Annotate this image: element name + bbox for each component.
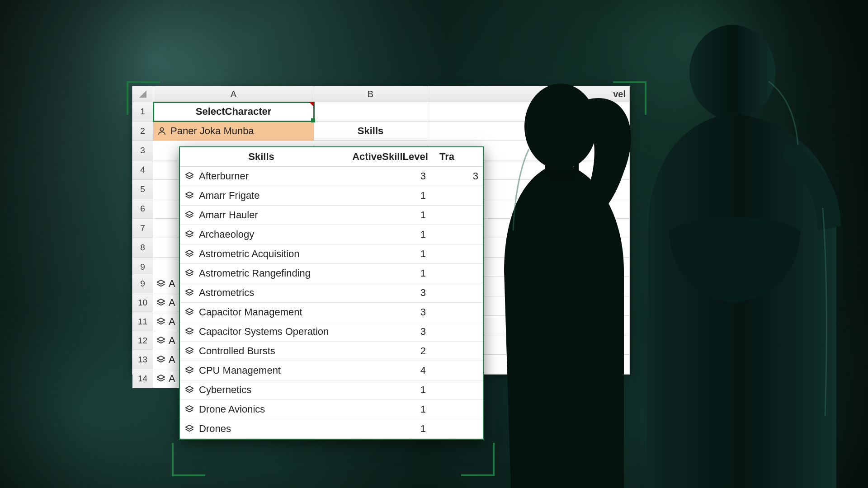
skill-name: Astrometrics xyxy=(199,287,254,299)
skill-row-trained[interactable] xyxy=(438,244,483,264)
skill-row-level[interactable]: 1 xyxy=(343,419,438,439)
svg-marker-10 xyxy=(186,211,193,216)
layers-icon xyxy=(184,366,194,375)
cell-c2[interactable] xyxy=(427,122,540,141)
skill-row-level[interactable]: 3 xyxy=(343,322,438,342)
peek-row-header-10[interactable]: 10 xyxy=(132,293,153,312)
skill-row-trained[interactable] xyxy=(438,264,483,283)
skill-row-name[interactable]: Drone Avionics xyxy=(180,400,343,419)
cell-d4[interactable] xyxy=(540,160,630,180)
peek-row-header-12[interactable]: 12 xyxy=(132,331,153,350)
cell-c1[interactable] xyxy=(427,102,540,122)
skill-row-name[interactable]: Capacitor Systems Operation xyxy=(180,322,343,342)
cell-d5[interactable] xyxy=(540,180,630,199)
column-header-a[interactable]: A xyxy=(153,86,314,102)
peek-row-header-9[interactable]: 9 xyxy=(132,274,153,293)
cell-d13[interactable] xyxy=(540,335,630,355)
svg-marker-5 xyxy=(157,337,165,341)
peek-cell-13[interactable]: A xyxy=(153,350,180,369)
skill-row-trained[interactable] xyxy=(438,206,483,225)
row-header-2[interactable]: 2 xyxy=(132,122,153,141)
peek-cell-12[interactable]: A xyxy=(153,331,180,350)
skill-row-name[interactable]: Controlled Bursts xyxy=(180,342,343,361)
peek-row-header-14[interactable]: 14 xyxy=(132,369,153,388)
cell-d1[interactable] xyxy=(540,102,630,122)
cell-d3[interactable] xyxy=(540,141,630,160)
row-header-7[interactable]: 7 xyxy=(132,219,153,238)
skill-row-name[interactable]: CPU Management xyxy=(180,361,343,380)
skill-row-trained[interactable] xyxy=(438,186,483,206)
skill-row-level[interactable]: 1 xyxy=(343,264,438,283)
cell-d10[interactable] xyxy=(540,277,630,296)
skill-row-trained[interactable] xyxy=(438,303,483,322)
skill-row-level[interactable]: 1 xyxy=(343,225,438,244)
column-header-b[interactable]: B xyxy=(314,86,427,102)
row-header-4[interactable]: 4 xyxy=(132,160,153,180)
skill-row-level[interactable]: 2 xyxy=(343,342,438,361)
cell-a2-character[interactable]: Paner Joka Munba xyxy=(153,122,314,141)
skill-row-level[interactable]: 4 xyxy=(343,361,438,380)
cell-b2-skills-header[interactable]: Skills xyxy=(314,122,427,141)
skill-row-name[interactable]: Archaeology xyxy=(180,225,343,244)
row-header-5[interactable]: 5 xyxy=(132,180,153,199)
skill-row-level[interactable]: 1 xyxy=(343,244,438,264)
skill-row-level[interactable]: 3 xyxy=(343,283,438,303)
peek-cell-14[interactable]: A xyxy=(153,369,180,388)
peek-row-10: 10 A xyxy=(132,293,180,312)
peek-cell-11[interactable]: A xyxy=(153,312,180,331)
skill-row-trained[interactable] xyxy=(438,342,483,361)
skill-row-name[interactable]: Amarr Frigate xyxy=(180,186,343,206)
row-header-1[interactable]: 1 xyxy=(132,102,153,122)
skill-row-level[interactable]: 3 xyxy=(343,303,438,322)
cell-d12[interactable] xyxy=(540,316,630,335)
skill-row-trained[interactable] xyxy=(438,400,483,419)
column-header-d[interactable]: D vel xyxy=(540,86,630,102)
skill-row-name[interactable]: Capacitor Management xyxy=(180,303,343,322)
row-header-8[interactable]: 8 xyxy=(132,238,153,258)
cell-a1-selectcharacter[interactable]: SelectCharacter xyxy=(153,102,314,122)
skill-row-name[interactable]: Drones xyxy=(180,419,343,439)
cell-d14[interactable] xyxy=(540,355,630,374)
skill-row-trained[interactable] xyxy=(438,225,483,244)
skill-row-name[interactable]: Astrometric Rangefinding xyxy=(180,264,343,283)
skill-row-level[interactable]: 1 xyxy=(343,400,438,419)
skill-row-trained[interactable] xyxy=(438,380,483,400)
cell-d7[interactable] xyxy=(540,219,630,238)
skill-row-name[interactable]: Afterburner xyxy=(180,167,343,186)
peek-cell-text: A xyxy=(169,278,175,290)
peek-cell-10[interactable]: A xyxy=(153,293,180,312)
layers-icon xyxy=(184,210,194,220)
row-header-3[interactable]: 3 xyxy=(132,141,153,160)
cell-d11[interactable] xyxy=(540,296,630,316)
skill-row-level[interactable]: 3 xyxy=(343,167,438,186)
peek-row-header-13[interactable]: 13 xyxy=(132,350,153,369)
cell-d8[interactable] xyxy=(540,238,630,258)
select-all-triangle[interactable] xyxy=(132,86,153,102)
card-header-activeskilllevel: ActiveSkillLevel xyxy=(343,147,438,167)
skill-row-name[interactable]: Amarr Hauler xyxy=(180,206,343,225)
layers-icon xyxy=(184,346,194,356)
skill-row-trained[interactable] xyxy=(438,419,483,439)
skill-row-trained[interactable] xyxy=(438,283,483,303)
skill-row-trained[interactable] xyxy=(438,322,483,342)
peek-row-header-11[interactable]: 11 xyxy=(132,312,153,331)
fill-handle[interactable] xyxy=(311,118,315,122)
cell-d9[interactable] xyxy=(540,258,630,277)
skill-row-name[interactable]: Cybernetics xyxy=(180,380,343,400)
row-header-6[interactable]: 6 xyxy=(132,199,153,219)
skill-row-trained[interactable]: 3 xyxy=(438,167,483,186)
skill-row-level[interactable]: 1 xyxy=(343,380,438,400)
cell-d2[interactable] xyxy=(540,122,630,141)
svg-marker-18 xyxy=(186,367,193,371)
cell-d6[interactable] xyxy=(540,199,630,219)
cell-b1[interactable] xyxy=(314,102,427,122)
skill-row-name[interactable]: Astrometric Acquisition xyxy=(180,244,343,264)
skill-row-trained[interactable] xyxy=(438,361,483,380)
skill-row-level[interactable]: 1 xyxy=(343,186,438,206)
skill-row-level[interactable]: 1 xyxy=(343,206,438,225)
column-header-c[interactable] xyxy=(427,86,540,102)
skill-row-name[interactable]: Astrometrics xyxy=(180,283,343,303)
peek-cell-9[interactable]: A xyxy=(153,274,180,293)
skills-card[interactable]: Skills ActiveSkillLevel Tra Afterburner3… xyxy=(179,146,484,440)
peek-cell-text: A xyxy=(169,297,175,309)
